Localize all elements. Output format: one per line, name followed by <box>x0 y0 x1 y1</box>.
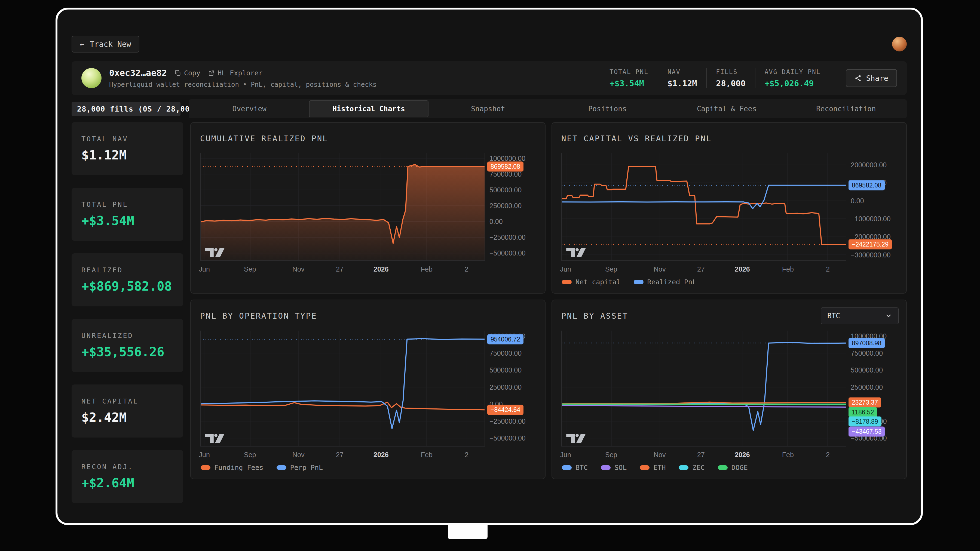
axis-tick-label: −1000000.00 <box>851 215 891 223</box>
panel-net-capital-vs-realized-pnl: NET CAPITAL VS REALIZED PNL 2000000.0010… <box>552 122 907 294</box>
axis-value-badge: 897008.98 <box>848 338 885 348</box>
tab-historical-charts[interactable]: Historical Charts <box>309 100 428 117</box>
x-axis-label: 27 <box>697 451 705 459</box>
chart-canvas[interactable] <box>562 153 846 260</box>
legend-swatch <box>562 280 572 284</box>
sidebar-card: TOTAL NAV$1.12M <box>72 122 183 175</box>
card-value: $1.12M <box>81 148 173 162</box>
legend-swatch <box>718 465 728 470</box>
x-axis-label: Sep <box>244 451 256 459</box>
top-bar: ← Track New <box>72 36 907 52</box>
legend-label: ZEC <box>692 464 705 472</box>
chart-canvas[interactable] <box>200 330 485 446</box>
series-sol <box>562 405 846 407</box>
stat-value: 28,000 <box>716 79 745 88</box>
legend-swatch <box>562 465 572 470</box>
card-value: +$869,582.08 <box>81 279 173 294</box>
axis-value-badge: 1186.52 <box>848 407 877 417</box>
chevron-down-icon <box>885 312 892 319</box>
series-perp-pnl <box>200 339 485 429</box>
track-new-button[interactable]: ← Track New <box>72 36 139 52</box>
x-axis-label: Jun <box>560 265 571 273</box>
tab-snapshot[interactable]: Snapshot <box>428 100 548 117</box>
panel-cumulative-realized-pnl: CUMULATIVE REALIZED PNL 1000000.00750000… <box>190 122 546 294</box>
series-net-capital <box>562 167 846 245</box>
legend-swatch <box>277 465 286 470</box>
wallet-subtitle: Hyperliquid wallet reconciliation • PnL,… <box>109 81 377 89</box>
legend-item: Perp PnL <box>277 464 323 472</box>
chart-plot-area[interactable] <box>561 153 846 261</box>
chart-canvas[interactable] <box>562 330 846 446</box>
hl-explorer-link[interactable]: HL Explorer <box>208 69 263 77</box>
card-label: TOTAL PNL <box>81 200 173 208</box>
tab-overview[interactable]: Overview <box>190 100 309 117</box>
tradingview-watermark <box>205 434 226 443</box>
card-value: +$3.54M <box>81 213 173 228</box>
legend-swatch <box>634 280 644 284</box>
sidebar-card: UNREALIZED+$35,556.26 <box>72 319 183 372</box>
axis-tick-label: 500000.00 <box>851 366 883 374</box>
axis-value-badge: −8178.89 <box>848 417 881 427</box>
header-stat: TOTAL PNL+$3.54M <box>600 68 658 88</box>
tab-positions[interactable]: Positions <box>548 100 667 117</box>
legend-item: SOL <box>601 464 627 472</box>
x-axis-label: Nov <box>654 451 666 459</box>
legend-label: BTC <box>576 464 588 472</box>
stat-label: TOTAL PNL <box>609 68 648 75</box>
chart-canvas[interactable] <box>200 153 485 260</box>
axis-value-badge: −2422175.29 <box>848 240 892 249</box>
x-axis-label: Feb <box>782 451 794 459</box>
chart-plot-area[interactable] <box>200 330 485 446</box>
card-value: +$35,556.26 <box>81 345 173 359</box>
x-axis-label: Jun <box>199 451 210 459</box>
card-label: TOTAL NAV <box>81 135 173 143</box>
app-window: ← Track New 0xec32…ae82 Copy HL Explorer… <box>56 8 923 525</box>
chart-y-axis: 1000000.00750000.00500000.00250000.00−25… <box>846 330 899 446</box>
x-axis-label: Nov <box>654 265 666 273</box>
window-notch <box>448 523 488 539</box>
x-axis-label: Feb <box>421 265 433 273</box>
wallet-avatar <box>81 68 102 88</box>
x-axis-label: Feb <box>782 265 794 273</box>
legend-label: SOL <box>614 464 627 472</box>
x-axis-label: Jun <box>199 265 210 273</box>
card-label: UNREALIZED <box>81 332 173 340</box>
stat-label: FILLS <box>716 68 745 75</box>
axis-value-badge: 23273.37 <box>848 397 881 408</box>
stat-label: NAV <box>668 68 697 75</box>
chart-plot-area[interactable] <box>561 330 846 446</box>
user-avatar[interactable] <box>892 37 907 51</box>
x-axis-label: 2026 <box>735 451 750 459</box>
x-axis-label: 27 <box>336 265 344 273</box>
chart-y-axis: 2000000.001000000.000.00−1000000.00−2000… <box>846 153 899 261</box>
sidebar-card: RECON ADJ.+$2.64M <box>72 450 183 503</box>
axis-tick-label: 500000.00 <box>490 186 522 194</box>
legend-swatch <box>601 465 611 470</box>
charts-grid: CUMULATIVE REALIZED PNL 1000000.00750000… <box>190 122 907 479</box>
legend-item: Net capital <box>562 278 620 286</box>
card-label: NET CAPITAL <box>81 397 173 405</box>
tab-reconciliation[interactable]: Reconciliation <box>786 100 906 117</box>
chart-title: PNL BY OPERATION TYPE <box>200 311 317 321</box>
x-axis-label: 2026 <box>374 451 389 459</box>
tab-capital-fees[interactable]: Capital & Fees <box>667 100 786 117</box>
axis-tick-label: 250000.00 <box>490 202 522 210</box>
copy-button[interactable]: Copy <box>175 69 200 77</box>
legend-item: Realized PnL <box>634 278 697 286</box>
axis-value-badge: −43467.53 <box>848 427 885 437</box>
stat-label: AVG DAILY PNL <box>765 68 821 75</box>
axis-tick-label: 250000.00 <box>851 383 883 391</box>
legend-item: BTC <box>562 464 588 472</box>
axis-value-badge: 954006.72 <box>487 334 523 344</box>
tab-bar: OverviewHistorical ChartsSnapshotPositio… <box>189 99 907 118</box>
axis-tick-label: 250000.00 <box>490 383 522 391</box>
legend-label: Perp PnL <box>290 464 323 472</box>
asset-select[interactable]: BTC <box>821 308 899 324</box>
chart-legend: BTCSOLETHZECDOGE <box>561 460 899 475</box>
chart-plot-area[interactable] <box>200 153 485 261</box>
tradingview-watermark <box>205 248 226 257</box>
share-button[interactable]: Share <box>846 69 897 87</box>
x-axis-label: Nov <box>293 265 304 273</box>
axis-tick-label: 0.00 <box>851 197 864 205</box>
axis-value-badge: 869582.08 <box>487 161 523 171</box>
